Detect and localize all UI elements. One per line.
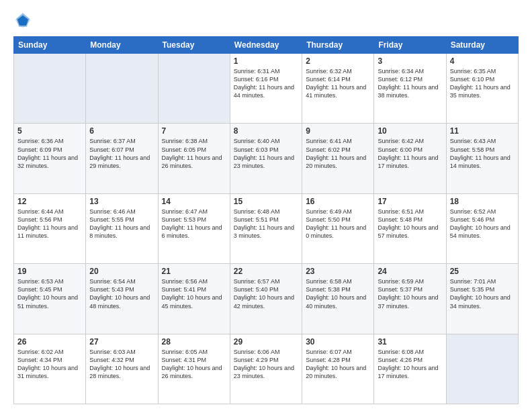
calendar-cell: 15Sunrise: 6:48 AM Sunset: 5:51 PM Dayli… [230,193,302,263]
day-number: 29 [234,337,298,347]
day-number: 31 [378,337,442,347]
day-number: 22 [234,267,298,276]
calendar-cell: 13Sunrise: 6:46 AM Sunset: 5:55 PM Dayli… [86,193,158,263]
calendar-cell: 28Sunrise: 6:05 AM Sunset: 4:31 PM Dayli… [158,334,230,404]
cell-sun-info: Sunrise: 6:59 AM Sunset: 5:37 PM Dayligh… [378,277,442,310]
cell-sun-info: Sunrise: 6:40 AM Sunset: 6:03 PM Dayligh… [234,137,298,170]
calendar-cell: 12Sunrise: 6:44 AM Sunset: 5:56 PM Dayli… [14,193,86,263]
header [13,11,519,30]
calendar-cell: 19Sunrise: 6:53 AM Sunset: 5:45 PM Dayli… [14,264,86,334]
logo-icon [13,11,32,30]
weekday-header-sunday: Sunday [14,37,86,54]
day-number: 17 [378,197,442,206]
calendar-cell [86,54,158,124]
day-number: 23 [306,267,370,276]
cell-sun-info: Sunrise: 6:34 AM Sunset: 6:12 PM Dayligh… [378,67,442,100]
calendar-cell: 7Sunrise: 6:38 AM Sunset: 6:05 PM Daylig… [158,124,230,193]
cell-sun-info: Sunrise: 6:53 AM Sunset: 5:45 PM Dayligh… [17,277,82,310]
day-number: 6 [89,126,154,136]
calendar-cell: 2Sunrise: 6:32 AM Sunset: 6:14 PM Daylig… [302,54,374,124]
weekday-header-row: SundayMondayTuesdayWednesdayThursdayFrid… [14,37,519,54]
cell-sun-info: Sunrise: 6:05 AM Sunset: 4:31 PM Dayligh… [162,348,226,381]
calendar-cell: 17Sunrise: 6:51 AM Sunset: 5:48 PM Dayli… [374,193,446,263]
day-number: 20 [89,267,154,276]
cell-sun-info: Sunrise: 6:36 AM Sunset: 6:09 PM Dayligh… [17,137,82,170]
day-number: 14 [162,197,226,206]
cell-sun-info: Sunrise: 6:52 AM Sunset: 5:46 PM Dayligh… [450,208,515,240]
cell-sun-info: Sunrise: 6:35 AM Sunset: 6:10 PM Dayligh… [450,67,515,100]
day-number: 19 [17,267,82,276]
day-number: 28 [162,337,226,347]
calendar-cell: 20Sunrise: 6:54 AM Sunset: 5:43 PM Dayli… [86,264,158,334]
calendar-cell: 14Sunrise: 6:47 AM Sunset: 5:53 PM Dayli… [158,193,230,263]
day-number: 25 [450,267,515,276]
day-number: 13 [89,197,154,206]
week-row-4: 26Sunrise: 6:02 AM Sunset: 4:34 PM Dayli… [14,334,519,404]
cell-sun-info: Sunrise: 6:46 AM Sunset: 5:55 PM Dayligh… [89,208,154,240]
day-number: 9 [306,126,370,136]
calendar-cell [446,334,518,404]
calendar-cell: 4Sunrise: 6:35 AM Sunset: 6:10 PM Daylig… [446,54,518,124]
calendar-cell [14,54,86,124]
cell-sun-info: Sunrise: 6:08 AM Sunset: 4:26 PM Dayligh… [378,348,442,381]
calendar-cell [158,54,230,124]
cell-sun-info: Sunrise: 6:41 AM Sunset: 6:02 PM Dayligh… [306,137,370,170]
calendar-cell: 11Sunrise: 6:43 AM Sunset: 5:58 PM Dayli… [446,124,518,193]
calendar-cell: 24Sunrise: 6:59 AM Sunset: 5:37 PM Dayli… [374,264,446,334]
cell-sun-info: Sunrise: 6:47 AM Sunset: 5:53 PM Dayligh… [162,208,226,240]
day-number: 1 [234,56,298,66]
weekday-header-saturday: Saturday [446,37,518,54]
cell-sun-info: Sunrise: 7:01 AM Sunset: 5:35 PM Dayligh… [450,277,515,310]
calendar-cell: 23Sunrise: 6:58 AM Sunset: 5:38 PM Dayli… [302,264,374,334]
calendar-cell: 16Sunrise: 6:49 AM Sunset: 5:50 PM Dayli… [302,193,374,263]
day-number: 8 [234,126,298,136]
calendar-cell: 6Sunrise: 6:37 AM Sunset: 6:07 PM Daylig… [86,124,158,193]
week-row-3: 19Sunrise: 6:53 AM Sunset: 5:45 PM Dayli… [14,264,519,334]
calendar-cell: 8Sunrise: 6:40 AM Sunset: 6:03 PM Daylig… [230,124,302,193]
weekday-header-wednesday: Wednesday [230,37,302,54]
day-number: 15 [234,197,298,206]
calendar-cell: 5Sunrise: 6:36 AM Sunset: 6:09 PM Daylig… [14,124,86,193]
day-number: 3 [378,56,442,66]
week-row-2: 12Sunrise: 6:44 AM Sunset: 5:56 PM Dayli… [14,193,519,263]
day-number: 27 [89,337,154,347]
calendar-cell: 18Sunrise: 6:52 AM Sunset: 5:46 PM Dayli… [446,193,518,263]
cell-sun-info: Sunrise: 6:32 AM Sunset: 6:14 PM Dayligh… [306,67,370,100]
calendar-cell: 3Sunrise: 6:34 AM Sunset: 6:12 PM Daylig… [374,54,446,124]
day-number: 24 [378,267,442,276]
calendar-cell: 25Sunrise: 7:01 AM Sunset: 5:35 PM Dayli… [446,264,518,334]
cell-sun-info: Sunrise: 6:07 AM Sunset: 4:28 PM Dayligh… [306,348,370,381]
calendar-cell: 9Sunrise: 6:41 AM Sunset: 6:02 PM Daylig… [302,124,374,193]
calendar-cell: 27Sunrise: 6:03 AM Sunset: 4:32 PM Dayli… [86,334,158,404]
cell-sun-info: Sunrise: 6:43 AM Sunset: 5:58 PM Dayligh… [450,137,515,170]
weekday-header-thursday: Thursday [302,37,374,54]
cell-sun-info: Sunrise: 6:37 AM Sunset: 6:07 PM Dayligh… [89,137,154,170]
week-row-1: 5Sunrise: 6:36 AM Sunset: 6:09 PM Daylig… [14,124,519,193]
day-number: 11 [450,126,515,136]
cell-sun-info: Sunrise: 6:42 AM Sunset: 6:00 PM Dayligh… [378,137,442,170]
day-number: 26 [17,337,82,347]
day-number: 5 [17,126,82,136]
cell-sun-info: Sunrise: 6:03 AM Sunset: 4:32 PM Dayligh… [89,348,154,381]
calendar-cell: 22Sunrise: 6:57 AM Sunset: 5:40 PM Dayli… [230,264,302,334]
week-row-0: 1Sunrise: 6:31 AM Sunset: 6:16 PM Daylig… [14,54,519,124]
cell-sun-info: Sunrise: 6:31 AM Sunset: 6:16 PM Dayligh… [234,67,298,100]
cell-sun-info: Sunrise: 6:49 AM Sunset: 5:50 PM Dayligh… [306,208,370,240]
calendar-cell: 1Sunrise: 6:31 AM Sunset: 6:16 PM Daylig… [230,54,302,124]
calendar-cell: 30Sunrise: 6:07 AM Sunset: 4:28 PM Dayli… [302,334,374,404]
day-number: 2 [306,56,370,66]
calendar-cell: 21Sunrise: 6:56 AM Sunset: 5:41 PM Dayli… [158,264,230,334]
cell-sun-info: Sunrise: 6:56 AM Sunset: 5:41 PM Dayligh… [162,277,226,310]
calendar-cell: 31Sunrise: 6:08 AM Sunset: 4:26 PM Dayli… [374,334,446,404]
day-number: 21 [162,267,226,276]
cell-sun-info: Sunrise: 6:06 AM Sunset: 4:29 PM Dayligh… [234,348,298,381]
day-number: 10 [378,126,442,136]
day-number: 7 [162,126,226,136]
cell-sun-info: Sunrise: 6:57 AM Sunset: 5:40 PM Dayligh… [234,277,298,310]
day-number: 16 [306,197,370,206]
calendar: SundayMondayTuesdayWednesdayThursdayFrid… [13,36,519,404]
cell-sun-info: Sunrise: 6:58 AM Sunset: 5:38 PM Dayligh… [306,277,370,310]
page: SundayMondayTuesdayWednesdayThursdayFrid… [0,0,532,411]
logo [13,11,35,30]
calendar-cell: 10Sunrise: 6:42 AM Sunset: 6:00 PM Dayli… [374,124,446,193]
